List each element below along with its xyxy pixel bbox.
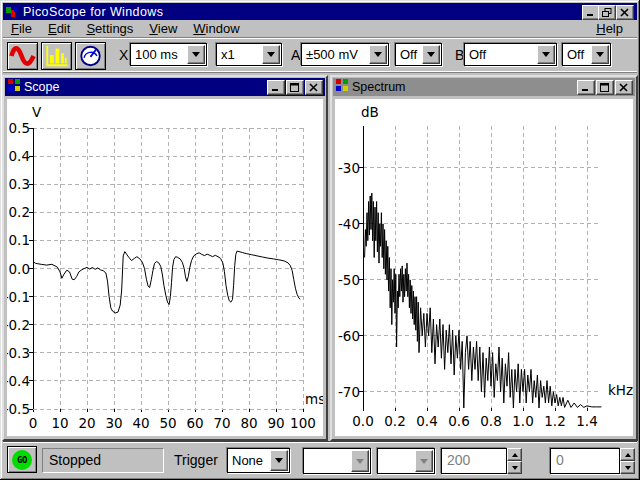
status-text: Stopped <box>49 452 101 468</box>
trigger-threshold-spinner[interactable] <box>507 448 522 474</box>
dropdown-arrow-button[interactable] <box>262 45 280 64</box>
scope-title-bar[interactable]: Scope <box>5 78 325 96</box>
go-button[interactable]: GO <box>7 446 37 473</box>
chevron-down-icon <box>356 459 364 468</box>
menu-item-window[interactable]: Window <box>185 20 247 37</box>
restore-icon <box>602 8 612 17</box>
x-tick-label: 80 <box>240 415 257 431</box>
sine-wave-icon <box>9 44 36 68</box>
channel-a-label: A <box>291 47 300 63</box>
x-tick-label: 30 <box>105 415 122 431</box>
menu-item-settings[interactable]: Settings <box>78 20 141 37</box>
scope-window-title: Scope <box>24 80 266 94</box>
x-tick-label: 90 <box>267 415 284 431</box>
channel-a-mode-select[interactable]: Off <box>395 43 442 66</box>
x-tick-label: 0.6 <box>448 413 469 429</box>
x-tick-label: 10 <box>51 415 68 431</box>
channel-a-mode-value: Off <box>396 47 422 62</box>
x-tick-label: 20 <box>78 415 95 431</box>
window-icon <box>335 78 349 96</box>
channel-b-mode-value: Off <box>563 47 591 62</box>
minimize-icon <box>581 83 591 92</box>
chevron-down-icon <box>192 52 200 61</box>
trigger-threshold-value: 200 <box>447 452 470 468</box>
menu-item-edit[interactable]: Edit <box>40 20 78 37</box>
x-tick-label: 1.4 <box>576 413 597 429</box>
bar-chart-icon <box>43 44 70 68</box>
channel-b-mode-select[interactable]: Off <box>562 43 611 66</box>
chevron-down-icon <box>542 52 550 61</box>
go-icon: GO <box>12 450 32 470</box>
spectrum-plot: 0.00.20.40.60.81.01.21.4-30-40-50-60-70d… <box>335 99 633 436</box>
close-button[interactable] <box>616 5 634 20</box>
chevron-up-icon <box>512 450 518 457</box>
dropdown-arrow-button <box>351 450 369 472</box>
multiplier-select[interactable]: x1 <box>216 43 282 66</box>
channel-b-range-select[interactable]: Off <box>464 43 557 66</box>
spectrum-title-bar[interactable]: Spectrum <box>333 78 635 96</box>
timebase-select[interactable]: 100 ms <box>130 43 207 66</box>
maximize-button[interactable] <box>596 80 614 95</box>
status-bar: GO Stopped Trigger None 200 0 <box>3 441 637 477</box>
x-tick-label: 0.0 <box>352 413 373 429</box>
scope-view-button[interactable] <box>7 42 38 70</box>
trigger-direction-select <box>377 448 435 474</box>
dropdown-arrow-button[interactable] <box>422 45 440 64</box>
chevron-down-icon <box>275 458 283 467</box>
dropdown-arrow-button <box>415 450 433 472</box>
x-axis-unit-label: ms <box>305 391 323 407</box>
restore-button[interactable] <box>598 5 616 20</box>
y-tick-label: -40 <box>338 216 360 232</box>
maximize-icon <box>290 83 300 92</box>
scope-plot: 01020304050607080901000.50.40.30.20.10.0… <box>7 99 323 436</box>
minimize-button[interactable] <box>577 80 595 95</box>
spin-down-button[interactable] <box>507 461 522 474</box>
dropdown-arrow-button[interactable] <box>591 45 609 64</box>
menu-item-help[interactable]: Help <box>588 20 631 37</box>
menu-item-file[interactable]: File <box>3 20 40 37</box>
x-tick-label: 0.4 <box>416 413 437 429</box>
app-icon <box>5 5 19 19</box>
spectrum-window: Spectrum 0.00.20.40.60.81.01.21.4-30-40-… <box>330 75 638 441</box>
timebase-label: X <box>119 47 128 63</box>
x-tick-label: 40 <box>132 415 149 431</box>
y-tick-label: -0.5 <box>7 401 30 417</box>
y-axis-unit-label: dB <box>361 104 379 120</box>
spin-up-button[interactable] <box>620 448 635 461</box>
y-tick-label: -0.4 <box>7 373 30 389</box>
trigger-delay-field[interactable]: 0 <box>550 448 620 474</box>
chevron-down-icon <box>427 52 435 61</box>
dropdown-arrow-button[interactable] <box>369 45 387 64</box>
menu-item-view[interactable]: View <box>141 20 185 37</box>
title-bar[interactable]: PicoScope for Windows <box>3 3 637 20</box>
minimize-button[interactable] <box>267 80 285 95</box>
y-tick-label: -70 <box>338 384 360 400</box>
trigger-threshold-field[interactable]: 200 <box>441 448 507 474</box>
channel-a-range-select[interactable]: ±500 mV <box>301 43 389 66</box>
spin-up-button[interactable] <box>507 448 522 461</box>
maximize-button[interactable] <box>286 80 304 95</box>
x-tick-label: 1.2 <box>544 413 565 429</box>
scope-plot-area: 01020304050607080901000.50.40.30.20.10.0… <box>7 99 323 436</box>
spin-down-button[interactable] <box>620 461 635 474</box>
close-button[interactable] <box>305 80 323 95</box>
spectrum-view-button[interactable] <box>41 42 72 70</box>
x-axis-unit-label: kHz <box>608 382 633 398</box>
meter-view-button[interactable] <box>75 42 106 70</box>
trigger-mode-select[interactable]: None <box>227 448 290 473</box>
minimize-icon <box>586 8 596 17</box>
chevron-down-icon <box>374 52 382 61</box>
channel-a-range-value: ±500 mV <box>302 47 369 62</box>
gauge-icon <box>77 44 104 68</box>
close-button[interactable] <box>615 80 633 95</box>
x-tick-label: 0 <box>29 415 38 431</box>
chevron-down-icon <box>625 466 631 473</box>
dropdown-arrow-button[interactable] <box>270 450 288 471</box>
x-tick-label: 0.8 <box>480 413 501 429</box>
trigger-delay-spinner[interactable] <box>620 448 635 474</box>
chevron-up-icon <box>625 450 631 457</box>
app-window: PicoScope for Windows FileEditSettingsVi… <box>0 0 640 480</box>
dropdown-arrow-button[interactable] <box>537 45 555 64</box>
x-tick-label: 60 <box>186 415 203 431</box>
dropdown-arrow-button[interactable] <box>187 45 205 64</box>
